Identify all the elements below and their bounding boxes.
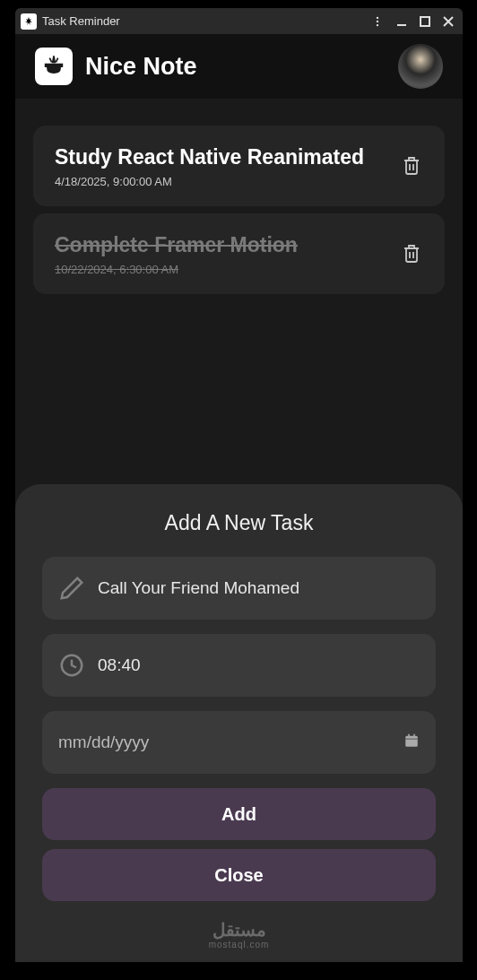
svg-rect-7 xyxy=(405,739,418,740)
task-list: Study React Native Reanimated 4/18/2025,… xyxy=(15,99,463,294)
close-button[interactable]: Close xyxy=(42,849,436,901)
delete-button[interactable] xyxy=(398,153,425,180)
svg-rect-9 xyxy=(413,734,415,738)
date-placeholder: mm/dd/yyyy xyxy=(58,733,391,752)
trash-icon xyxy=(401,241,422,268)
pencil-icon xyxy=(58,575,85,602)
calendar-icon[interactable] xyxy=(403,733,420,752)
svg-point-2 xyxy=(377,23,378,25)
svg-rect-8 xyxy=(408,734,410,738)
app-icon xyxy=(21,13,37,30)
app-title: Nice Note xyxy=(85,53,386,81)
task-time-row xyxy=(42,634,436,697)
svg-rect-6 xyxy=(405,736,418,747)
logo-icon xyxy=(35,48,73,85)
task-card[interactable]: Complete Framer Motion 10/22/2024, 6:30:… xyxy=(33,213,445,294)
task-date-row[interactable]: mm/dd/yyyy xyxy=(42,711,436,774)
task-info: Study React Native Reanimated 4/18/2025,… xyxy=(55,145,386,188)
delete-button[interactable] xyxy=(398,241,425,268)
add-task-modal: Add A New Task mm/dd/yyyy Add xyxy=(15,484,463,962)
svg-point-1 xyxy=(377,20,378,22)
task-info: Complete Framer Motion 10/22/2024, 6:30:… xyxy=(55,233,386,276)
app-window: Task Reminder Nice Note xyxy=(15,8,463,962)
clock-icon xyxy=(58,652,85,679)
task-title: Study React Native Reanimated xyxy=(55,145,386,169)
trash-icon xyxy=(401,153,422,180)
brand-latin: mostaql.com xyxy=(209,941,270,950)
modal-title: Add A New Task xyxy=(42,511,436,535)
task-name-row xyxy=(42,557,436,620)
window-controls xyxy=(371,15,457,28)
footer-brand: مستقل mostaql.com xyxy=(42,915,436,950)
task-date: 4/18/2025, 9:00:00 AM xyxy=(55,175,386,188)
more-icon[interactable] xyxy=(371,15,384,28)
maximize-icon[interactable] xyxy=(420,16,430,27)
minimize-icon[interactable] xyxy=(396,16,407,27)
task-card[interactable]: Study React Native Reanimated 4/18/2025,… xyxy=(33,126,445,206)
app-header: Nice Note xyxy=(15,34,463,99)
add-button[interactable]: Add xyxy=(42,788,436,840)
task-date: 10/22/2024, 6:30:00 AM xyxy=(55,263,386,276)
svg-rect-4 xyxy=(421,17,429,26)
svg-point-0 xyxy=(377,16,378,18)
task-time-input[interactable] xyxy=(98,655,420,675)
titlebar: Task Reminder xyxy=(15,8,463,34)
close-icon[interactable] xyxy=(443,16,454,27)
window-title: Task Reminder xyxy=(42,14,366,28)
content-area: Nice Note Study React Native Reanimated … xyxy=(15,34,463,962)
svg-rect-3 xyxy=(397,24,406,26)
task-name-input[interactable] xyxy=(98,578,420,598)
avatar[interactable] xyxy=(398,44,443,89)
brand-arabic: مستقل xyxy=(212,921,266,939)
task-title: Complete Framer Motion xyxy=(55,233,386,257)
